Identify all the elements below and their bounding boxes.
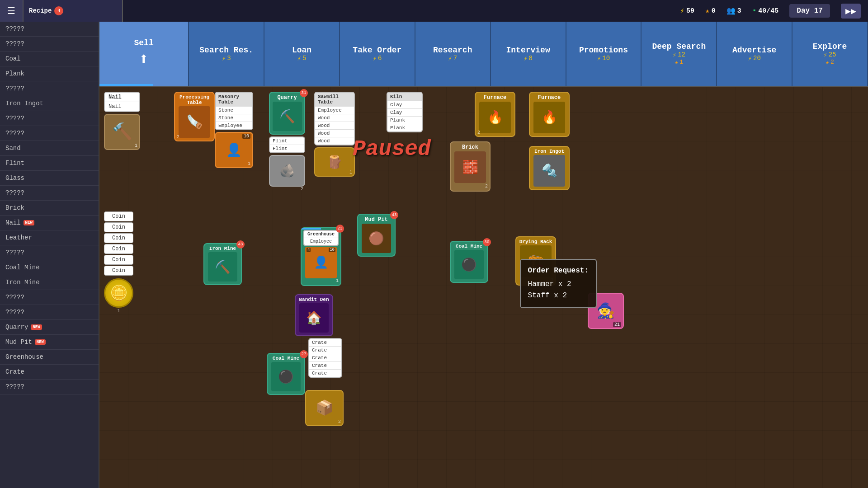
sidebar-item-16[interactable]: Coal Mine <box>0 260 99 275</box>
tab-sell-label: Sell <box>134 38 154 47</box>
sidebar-item-12[interactable]: Brick <box>0 201 99 216</box>
greenhouse-card[interactable]: Greenhouse Employee 👤 4 10 1 23 <box>301 227 341 286</box>
kiln-card[interactable]: Kiln Clay Clay Plank Plank <box>387 92 423 132</box>
sell-icon: ⬆ <box>139 49 149 69</box>
nail-label: Nail <box>105 93 139 102</box>
sidebar-item-9[interactable]: Flint <box>0 156 99 171</box>
lightning-stat: ⚡ 59 <box>680 6 694 15</box>
sidebar-item-5[interactable]: Iron Ingot <box>0 96 99 111</box>
processing-table-card[interactable]: ProcessingTable 🪚 2 <box>174 92 215 141</box>
sidebar-item-7[interactable]: ????? <box>0 126 99 141</box>
coal-mine1-label: Coal Mine <box>453 244 486 249</box>
tab-explore-cost: ⚡25 <box>823 51 836 59</box>
furnace2-card[interactable]: Furnace 🔥 <box>529 92 570 137</box>
iron-ingot-label: Iron Ingot <box>532 149 567 154</box>
coin-item-6: Coin <box>104 266 133 276</box>
sidebar-item-15[interactable]: ????? <box>0 245 99 260</box>
sidebar-item-22[interactable]: Greenhouse <box>0 350 99 365</box>
iron-ingot-card[interactable]: Iron Ingot 🔩 <box>529 146 570 190</box>
sidebar-item-1[interactable]: ????? <box>0 37 99 52</box>
sidebar-item-2[interactable]: Coal <box>0 52 99 66</box>
masonry-table-card[interactable]: Masonry Table Stone Stone Employee 👤 10 … <box>215 92 253 168</box>
bandit-den-card[interactable]: Bandit Den 🏠 <box>295 294 333 336</box>
sidebar-item-4[interactable]: ????? <box>0 81 99 96</box>
sidebar-item-19[interactable]: ????? <box>0 305 99 320</box>
sidebar-item-23[interactable]: Crate <box>0 365 99 380</box>
sidebar-item-14[interactable]: Leather <box>0 230 99 245</box>
tab-search-res-label: Search Res. <box>199 46 253 55</box>
mud-pit-card[interactable]: Mud Pit 🟤 43 <box>357 214 396 257</box>
tab-take-order[interactable]: Take Order ⚡6 <box>340 22 415 86</box>
tab-loan-label: Loan <box>292 46 311 55</box>
tab-deep-search[interactable]: Deep Search ⚡12 ★1 <box>642 22 717 86</box>
worker-stat: 👥 3 <box>726 6 741 15</box>
hp-value: 40/45 <box>758 7 778 15</box>
sidebar-item-21[interactable]: Mud PitNEW <box>0 335 99 350</box>
furnace1-label: Furnace <box>477 94 513 101</box>
coin-stack[interactable]: Coin Coin Coin Coin Coin Coin 🪙 1 <box>104 211 133 314</box>
sidebar-item-10[interactable]: Glass <box>0 171 99 186</box>
iron-mine-label: Iron Mine <box>206 246 239 251</box>
stats-bar: ⚡ 59 ★ 0 👥 3 ▪ 40/45 Day 17 ▶▶ <box>123 4 868 19</box>
tab-research[interactable]: Research ⚡7 <box>415 22 491 86</box>
quarry-card[interactable]: Quarry ⛏️ 31 Flint Flint 🪨 2 <box>269 92 305 192</box>
coin-image: 🪙 <box>104 278 133 308</box>
tab-advertise[interactable]: Advertise ⚡20 <box>717 22 793 86</box>
sidebar-item-24[interactable]: ????? <box>0 380 99 394</box>
sidebar-item-17[interactable]: Iron Mine <box>0 275 99 290</box>
sidebar-item-8[interactable]: Sand <box>0 141 99 156</box>
action-tabs: Sell ⬆ Search Res. ⚡3 Loan ⚡5 Take Order… <box>99 22 868 87</box>
sidebar-item-11[interactable]: ????? <box>0 186 99 201</box>
sidebar-item-6[interactable]: ????? <box>0 111 99 126</box>
sidebar-item-20[interactable]: QuarryNEW <box>0 320 99 335</box>
tab-promotions-cost: ⚡10 <box>597 55 610 62</box>
nail-sublabel: Nail <box>105 102 139 111</box>
sawmill-table-card[interactable]: Sawmill Table Employee Wood Wood Wood Wo… <box>314 92 355 177</box>
order-item-1: Hammer x 2 <box>528 279 589 291</box>
crate-list-card[interactable]: Crate Crate Crate Crate Crate <box>308 338 342 378</box>
tab-sell[interactable]: Sell ⬆ <box>99 22 189 86</box>
star-stat: ★ 0 <box>705 6 716 15</box>
iron-mine-card[interactable]: Iron Mine ⛏️ 43 <box>203 243 242 285</box>
lightning-value: 59 <box>686 7 694 15</box>
tab-promotions[interactable]: Promotions ⚡10 <box>566 22 642 86</box>
order-request-tooltip: Order Request: Hammer x 2 Staff x 2 <box>520 259 597 308</box>
tab-take-order-cost: ⚡6 <box>373 55 382 62</box>
coin-item-4: Coin <box>104 244 133 254</box>
tab-loan[interactable]: Loan ⚡5 <box>264 22 340 86</box>
recipe-badge: 4 <box>54 6 63 15</box>
sidebar-item-13[interactable]: NailNEW <box>0 216 99 230</box>
order-item-2: Staff x 2 <box>528 290 589 302</box>
tab-research-cost: ⚡7 <box>448 55 457 62</box>
star-value: 0 <box>712 7 716 15</box>
worker-icon: 👥 <box>726 6 736 15</box>
order-request-title: Order Request: <box>528 265 589 277</box>
drying-rack-label: Drying Rack <box>518 239 553 244</box>
tab-deep-search-star: ★1 <box>675 59 684 66</box>
wood-crate-card[interactable]: 📦 2 <box>305 390 344 426</box>
menu-button[interactable]: ☰ <box>0 0 24 22</box>
brick-card[interactable]: Brick 🧱 2 <box>450 141 491 192</box>
coin-item-1: Coin <box>104 211 133 221</box>
tab-interview-label: Interview <box>506 46 550 55</box>
nail-card[interactable]: Nail Nail 🔨 1 <box>104 92 140 150</box>
sidebar-item-18[interactable]: ????? <box>0 290 99 305</box>
sidebar-item-3[interactable]: Plank <box>0 66 99 81</box>
mud-pit-label: Mud Pit <box>360 216 393 223</box>
day-display: Day 17 <box>789 4 830 18</box>
sidebar-item-0[interactable]: ????? <box>0 22 99 37</box>
hp-icon: ▪ <box>752 7 757 15</box>
tab-interview[interactable]: Interview ⚡8 <box>491 22 566 86</box>
tab-search-res-cost: ⚡3 <box>222 55 231 62</box>
menu-icon: ☰ <box>7 5 15 17</box>
furnace1-card[interactable]: Furnace 🔥 2 <box>475 92 515 137</box>
coal-mine1-card[interactable]: Coal Mine ⚫ 30 <box>450 241 488 283</box>
coal-mine2-card[interactable]: Coal Mine ⚫ 27 <box>267 353 305 395</box>
sell-progress <box>99 84 153 86</box>
tab-loan-cost: ⚡5 <box>297 55 307 62</box>
skip-button[interactable]: ▶▶ <box>841 4 861 19</box>
tab-search-res[interactable]: Search Res. ⚡3 <box>189 22 264 86</box>
furnace2-label: Furnace <box>532 94 567 101</box>
tab-advertise-cost: ⚡20 <box>748 55 761 62</box>
tab-explore[interactable]: Explore ⚡25 ★2 <box>793 22 868 86</box>
